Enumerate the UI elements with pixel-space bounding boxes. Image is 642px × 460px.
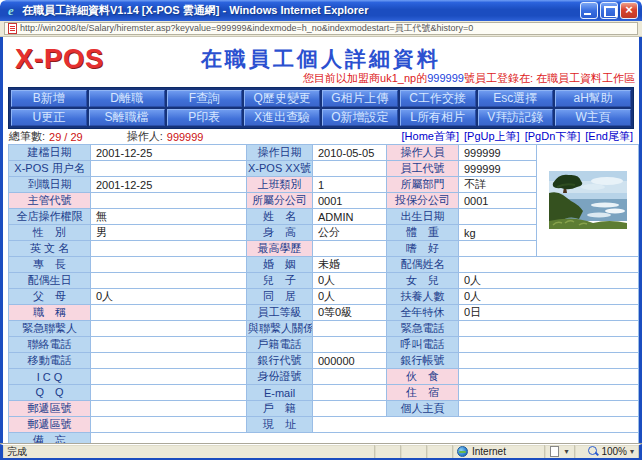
field-label: 戶 籍 xyxy=(247,401,313,417)
field-value: 0人 xyxy=(459,289,639,305)
field-label: 銀行代號 xyxy=(247,353,313,369)
security-zone-panel: Internet xyxy=(453,445,545,458)
toolbar-button[interactable]: S離職檔 xyxy=(89,109,165,126)
form-row: I C Q身份證號伙 食 xyxy=(9,369,639,385)
field-label: 性 別 xyxy=(9,225,91,241)
field-value: 0人 xyxy=(313,289,387,305)
app-header: X-POS 在職員工個人詳細資料 您目前以加盟商uk1_np的999999號員工… xyxy=(3,37,639,87)
field-value: 0001 xyxy=(313,193,387,209)
field-value: 0人 xyxy=(91,289,247,305)
login-info-suffix: 號員工登錄在: 在職員工資料工作區 xyxy=(464,72,635,84)
toolbar-button[interactable]: D離職 xyxy=(89,90,165,107)
toolbar-button[interactable]: F查詢 xyxy=(167,90,243,107)
field-label: I C Q xyxy=(9,369,91,385)
browser-window: e 在職員工詳細資料V1.14 [X-POS 雲通網] - Windows In… xyxy=(0,0,642,460)
toolbar-button[interactable]: X進出查驗 xyxy=(244,109,320,126)
field-label: 銀行帳號 xyxy=(387,353,459,369)
maximize-button[interactable] xyxy=(600,2,618,19)
field-value: 未婚 xyxy=(313,257,387,273)
page-content: X-POS 在職員工個人詳細資料 您目前以加盟商uk1_np的999999號員工… xyxy=(0,37,642,444)
form-row: 父 母0人同 居0人扶養人數0人 xyxy=(9,289,639,305)
zone-label: Internet xyxy=(472,446,506,457)
field-label: 職 稱 xyxy=(9,305,91,321)
toolbar-button[interactable]: aH幫助 xyxy=(555,90,631,107)
field-label: 同 居 xyxy=(247,289,313,305)
toolbar-button[interactable]: Q歷史變更 xyxy=(244,90,320,107)
field-value: kg xyxy=(459,225,537,241)
field-value xyxy=(91,241,247,257)
employee-photo-cell xyxy=(537,145,639,257)
record-nav-link[interactable]: [End尾筆] xyxy=(585,130,633,142)
field-label: 住 宿 xyxy=(387,385,459,401)
form-row: 郵遞區號現 址 xyxy=(9,417,639,433)
field-value: 1 xyxy=(313,177,387,193)
field-label: 專 長 xyxy=(9,257,91,273)
field-label: 與聯繫人關係 xyxy=(247,321,313,337)
field-label: 建檔日期 xyxy=(9,145,91,161)
field-label: 現 址 xyxy=(247,417,313,433)
field-label: 全年特休 xyxy=(387,305,459,321)
field-label: 父 母 xyxy=(9,289,91,305)
field-label: 英 文 名 xyxy=(9,241,91,257)
record-nav-link[interactable]: [PgDn下筆] xyxy=(525,130,581,142)
toolbar-button[interactable]: W主頁 xyxy=(555,109,631,126)
field-value xyxy=(459,241,537,257)
status-panel xyxy=(375,445,401,458)
form-row: 配偶生日兒 子0人女 兒0人 xyxy=(9,273,639,289)
field-label: 操作人員 xyxy=(387,145,459,161)
zoom-control[interactable]: 100% ▾ xyxy=(575,445,639,458)
field-value xyxy=(91,369,247,385)
field-value: ADMIN xyxy=(313,209,387,225)
field-label: X-POS 用户名 xyxy=(9,161,91,177)
field-label: 扶養人數 xyxy=(387,289,459,305)
internet-globe-icon xyxy=(457,446,468,457)
field-value xyxy=(459,353,639,369)
field-value xyxy=(91,417,247,433)
title-bar: e 在職員工詳細資料V1.14 [X-POS 雲通網] - Windows In… xyxy=(0,0,642,21)
toolbar-button[interactable]: B新增 xyxy=(11,90,87,107)
toolbar-button[interactable]: P印表 xyxy=(167,109,243,126)
minimize-button[interactable] xyxy=(580,2,598,19)
url-field[interactable]: http://win2008/te/Salary/hiremster.asp?k… xyxy=(4,22,638,35)
field-value: 不詳 xyxy=(459,177,537,193)
record-nav-link[interactable]: [PgUp上筆] xyxy=(464,130,520,142)
total-records-value: 29 / 29 xyxy=(49,131,83,143)
total-records-label: 總筆數: xyxy=(9,129,45,144)
form-row: 建檔日期2001-12-25操作日期2010-05-05操作人員999999 xyxy=(9,145,639,161)
login-info-prefix: 您目前以加盟商uk1_np的 xyxy=(303,72,427,84)
field-value xyxy=(459,369,639,385)
operator-label: 操作人: xyxy=(127,129,163,144)
toolbar-button[interactable]: O新增設定 xyxy=(322,109,398,126)
field-label: 身 高 xyxy=(247,225,313,241)
window-title: 在職員工詳細資料V1.14 [X-POS 雲通網] - Windows Inte… xyxy=(22,3,580,18)
toolbar-button[interactable]: Esc選擇 xyxy=(478,90,554,107)
field-value xyxy=(91,321,247,337)
field-value xyxy=(91,257,247,273)
toolbar-button[interactable]: U更正 xyxy=(11,109,87,126)
toolbar-button[interactable]: V拜訪記錄 xyxy=(478,109,554,126)
protected-mode-button[interactable]: ▾ xyxy=(545,445,575,458)
form-row: 職 稱員工等級0等0級全年特休0日 xyxy=(9,305,639,321)
form-row: 郵遞區號戶 籍個人主頁 xyxy=(9,401,639,417)
record-nav-link[interactable]: [Home首筆] xyxy=(402,130,459,142)
field-label: 嗜 好 xyxy=(387,241,459,257)
url-text: http://win2008/te/Salary/hiremster.asp?k… xyxy=(20,22,473,35)
field-value xyxy=(91,305,247,321)
form-row: 緊急聯繫人與聯繫人關係緊急電話 xyxy=(9,321,639,337)
field-value xyxy=(91,433,639,445)
toolbar-button[interactable]: C工作交接 xyxy=(400,90,476,107)
status-text: 完成 xyxy=(3,445,375,458)
record-nav-links: [Home首筆][PgUp上筆][PgDn下筆][End尾筆] xyxy=(397,129,633,144)
record-bar: 總筆數: 29 / 29 操作人: 999999 [Home首筆][PgUp上筆… xyxy=(8,129,634,143)
close-button[interactable] xyxy=(620,2,638,19)
field-label: 郵遞區號 xyxy=(9,417,91,433)
toolbar-button[interactable]: G相片上傳 xyxy=(322,90,398,107)
field-value: 0001 xyxy=(459,193,537,209)
login-info: 您目前以加盟商uk1_np的999999號員工登錄在: 在職員工資料工作區 xyxy=(303,71,635,86)
field-value xyxy=(91,337,247,353)
field-label: 主管代號 xyxy=(9,193,91,209)
field-value: 0等0級 xyxy=(313,305,387,321)
toolbar-button[interactable]: L所有相片 xyxy=(400,109,476,126)
field-label: 體 重 xyxy=(387,225,459,241)
status-panel xyxy=(401,445,427,458)
